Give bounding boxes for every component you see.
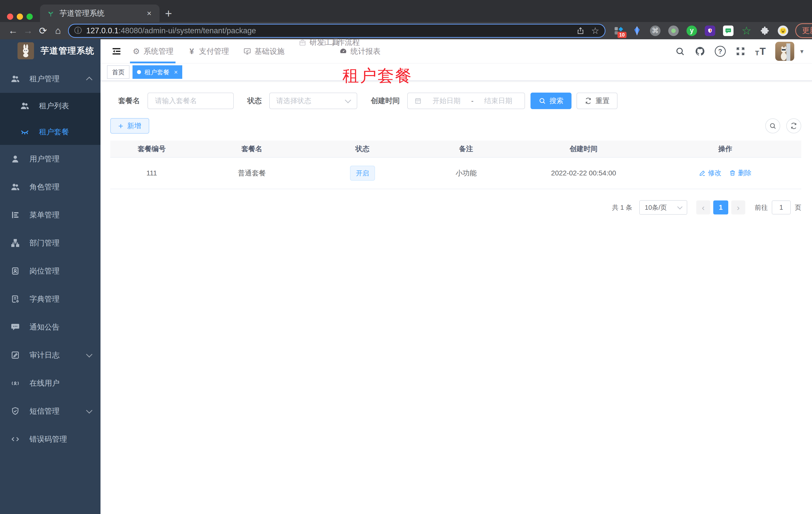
top-nav-payment[interactable]: ¥ 支付管理 [187, 39, 229, 63]
top-nav-devtools[interactable]: 研发工具 [298, 39, 305, 46]
sidebar-item-tenant-package[interactable]: 租户套餐 [0, 119, 100, 145]
sidebar-item-online-users[interactable]: 在线用户 [0, 369, 100, 397]
goto-unit-label: 页 [795, 203, 801, 212]
extension-emoji-icon[interactable] [777, 25, 789, 36]
page-size-select[interactable]: 10条/页 [639, 200, 687, 215]
search-button-label: 搜索 [550, 96, 563, 106]
reload-button[interactable]: ⟳ [35, 23, 51, 38]
browser-update-button[interactable]: 更新 ⋮ [795, 23, 812, 38]
tab-close-icon[interactable]: × [145, 9, 153, 18]
extension-tampermonkey-icon[interactable]: 10 [613, 25, 625, 36]
edit-link[interactable]: 修改 [699, 168, 722, 178]
search-button[interactable]: 搜索 [530, 92, 572, 109]
sidebar-item-menu-management[interactable]: 菜单管理 [0, 201, 100, 229]
sidebar-item-role-management[interactable]: 角色管理 [0, 173, 100, 201]
extensions-row: 10 ⌘ y [613, 25, 789, 36]
help-icon[interactable]: ? [715, 46, 726, 57]
url-path: :48080/admin-ui/system/tenant/package [118, 26, 256, 35]
window-minimize-button[interactable] [17, 13, 23, 20]
delete-label: 删除 [738, 168, 752, 178]
tenant-submenu: 租户列表 租户套餐 [0, 93, 100, 145]
window-controls [7, 13, 33, 20]
sidebar-item-tenant-management[interactable]: 租户管理 [0, 65, 100, 93]
url-text: 127.0.0.1:48080/admin-ui/system/tenant/p… [86, 26, 573, 35]
next-page-button[interactable]: › [731, 200, 745, 214]
reset-button[interactable]: 重置 [577, 92, 617, 109]
github-icon[interactable] [695, 46, 705, 57]
add-button[interactable]: + 新增 [110, 118, 149, 134]
sidebar-brand[interactable]: 芋道管理系统 [0, 39, 100, 62]
top-nav-workflow[interactable]: 工作流程 [319, 39, 325, 46]
extension-puzzle-icon[interactable] [759, 25, 771, 36]
sidebar-item-notice[interactable]: 通知公告 [0, 313, 100, 341]
cell-remark: 小功能 [414, 157, 518, 189]
font-size-icon[interactable]: TT [755, 46, 766, 57]
search-icon[interactable] [675, 46, 685, 57]
status-select[interactable]: 请选择状态 [269, 92, 357, 109]
bookmark-star-icon[interactable]: ☆ [591, 26, 599, 36]
window-close-button[interactable] [7, 13, 13, 20]
sidebar-item-error-code[interactable]: 错误码管理 [0, 425, 100, 453]
sidebar-item-user-management[interactable]: 用户管理 [0, 145, 100, 173]
prev-page-button[interactable]: ‹ [696, 200, 710, 214]
table-refresh-button[interactable] [786, 118, 801, 133]
browser-tab-strip: 芋道管理系统 × + [0, 0, 812, 22]
name-input[interactable] [154, 97, 227, 105]
table-search-toggle-button[interactable] [765, 118, 780, 133]
extension-kite-icon[interactable] [631, 25, 643, 36]
site-info-icon[interactable]: ⓘ [74, 26, 82, 36]
message-icon [10, 322, 20, 332]
sidebar-item-sms-management[interactable]: 短信管理 [0, 397, 100, 425]
top-nav-label: 基础设施 [255, 46, 285, 57]
home-button[interactable]: ⌂ [51, 23, 65, 38]
col-created-at: 创建时间 [518, 141, 649, 157]
sidebar-item-label: 租户套餐 [39, 127, 69, 137]
brand-title: 芋道管理系统 [40, 45, 94, 57]
back-button[interactable]: ← [5, 23, 21, 38]
avatar[interactable] [775, 42, 794, 61]
date-range-picker[interactable]: 开始日期 - 结束日期 [407, 92, 525, 109]
extension-shield-icon[interactable] [704, 25, 716, 36]
caret-down-icon[interactable]: ▾ [800, 48, 804, 55]
extension-command-icon[interactable]: ⌘ [649, 25, 661, 36]
forward-button[interactable]: → [21, 23, 35, 38]
extension-recorder-icon[interactable] [668, 25, 679, 36]
chevron-down-icon [86, 351, 92, 357]
url-bar[interactable]: ⓘ 127.0.0.1:48080/admin-ui/system/tenant… [68, 24, 606, 38]
top-nav-infra[interactable]: 基础设施 [243, 39, 285, 63]
fullscreen-icon[interactable] [735, 46, 746, 57]
name-input-wrap [147, 92, 234, 109]
sidebar-item-tenant-list[interactable]: 租户列表 [0, 93, 100, 119]
screen: 芋道管理系统 × + ← → ⟳ ⌂ ⓘ 127.0.0.1:48080/adm… [0, 0, 812, 514]
url-host: 127.0.0.1 [86, 26, 118, 35]
sidebar-item-audit-log[interactable]: 审计日志 [0, 341, 100, 369]
delete-link[interactable]: 删除 [729, 168, 752, 178]
window-zoom-button[interactable] [27, 13, 33, 20]
tag-label: 租户套餐 [145, 68, 170, 76]
top-nav-label: 系统管理 [144, 46, 174, 57]
sidebar-item-post-management[interactable]: 岗位管理 [0, 257, 100, 285]
app-window: 芋道管理系统 租户管理 租户列表 租户套餐 [0, 39, 812, 514]
share-icon[interactable] [576, 27, 585, 35]
extension-star-icon[interactable]: ☆ [741, 25, 752, 36]
top-nav-report[interactable]: 统计报表 [339, 39, 380, 63]
top-nav-system[interactable]: ⚙ 系统管理 [132, 39, 174, 63]
sidebar-item-dept-management[interactable]: 部门管理 [0, 229, 100, 257]
status-placeholder: 请选择状态 [276, 96, 311, 106]
data-table: 套餐编号 套餐名 状态 备注 创建时间 操作 111 普通套餐 [110, 141, 801, 189]
sidebar-fold-icon[interactable] [111, 46, 122, 57]
tag-home[interactable]: 首页 [107, 65, 129, 79]
top-nav: ⚙ 系统管理 ¥ 支付管理 基础设施 [132, 39, 380, 63]
tag-close-icon[interactable]: × [174, 68, 178, 76]
sidebar-item-label: 字典管理 [29, 294, 59, 304]
page-number-current[interactable]: 1 [713, 200, 728, 214]
browser-tab[interactable]: 芋道管理系统 × [40, 4, 160, 22]
sidebar-item-dict-management[interactable]: 字典管理 [0, 285, 100, 313]
new-tab-button[interactable]: + [165, 7, 172, 20]
extension-y-icon[interactable]: y [686, 25, 697, 36]
goto-page-input[interactable] [772, 200, 791, 214]
extension-chat-icon[interactable] [723, 25, 734, 36]
col-package-id: 套餐编号 [110, 141, 193, 157]
status-badge[interactable]: 开启 [350, 166, 375, 181]
tag-tenant-package[interactable]: 租户套餐 × [133, 65, 182, 79]
